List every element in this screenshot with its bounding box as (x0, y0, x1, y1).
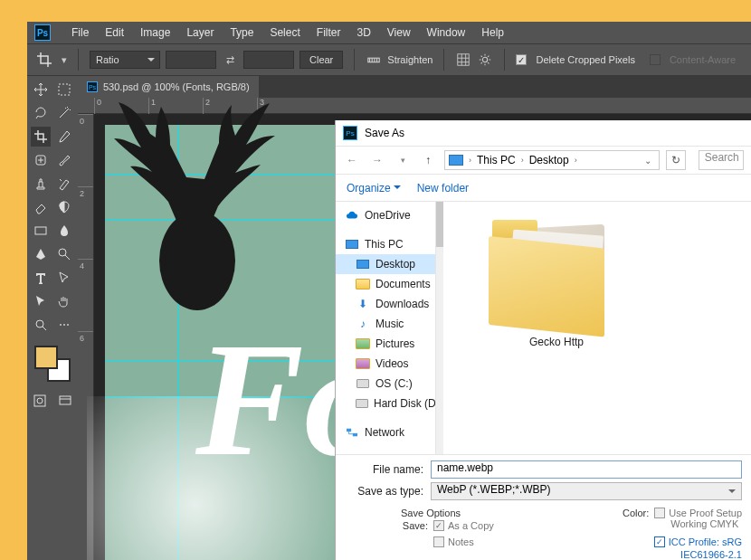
svg-rect-3 (59, 84, 70, 95)
photoshop-window: Ps File Edit Image Layer Type Select Fil… (27, 22, 751, 560)
height-input[interactable] (243, 51, 294, 69)
marquee-tool[interactable] (54, 80, 74, 100)
history-brush-tool[interactable] (54, 174, 74, 194)
move-tool[interactable] (31, 80, 51, 100)
menu-view[interactable]: View (379, 26, 419, 39)
tree-videos[interactable]: Videos (336, 354, 435, 374)
tree-music[interactable]: ♪Music (336, 314, 435, 334)
menu-image[interactable]: Image (132, 26, 178, 39)
dodge-tool[interactable] (54, 244, 74, 264)
eyedropper-tool[interactable] (54, 127, 74, 147)
more-tools[interactable]: ⋯ (54, 315, 74, 335)
width-input[interactable] (166, 51, 216, 69)
nav-back-icon[interactable]: ← (343, 151, 361, 169)
document-tab-label: 530.psd @ 100% (Fonts, RGB/8) (103, 81, 250, 92)
pen-tool[interactable] (31, 244, 51, 264)
grid-overlay-icon[interactable] (455, 52, 471, 68)
brush-tool[interactable] (54, 150, 74, 170)
delete-cropped-checkbox[interactable]: ✓ (516, 54, 527, 65)
cloud-icon (345, 209, 359, 222)
nav-recent-icon[interactable]: ▾ (394, 151, 412, 169)
network-icon (345, 426, 359, 439)
crumb-desktop[interactable]: Desktop (529, 154, 569, 166)
settings-gear-icon[interactable] (477, 52, 493, 68)
menu-window[interactable]: Window (419, 26, 474, 39)
content-aware-checkbox[interactable] (650, 54, 661, 65)
svg-point-9 (37, 398, 43, 403)
address-bar: ← → ▾ ↑ › This PC › Desktop › ⌄ ↻ Search (336, 146, 751, 175)
swap-width-height-icon[interactable]: ⇄ (222, 52, 238, 68)
nav-tree: OneDrive This PC Desktop Documents ⬇Down… (336, 202, 436, 454)
folder-item-label: Gecko Http (529, 336, 584, 348)
healing-brush-tool[interactable] (31, 150, 51, 170)
menu-3d[interactable]: 3D (348, 26, 378, 39)
quick-mask-icon[interactable] (30, 391, 50, 411)
direct-selection-tool[interactable] (31, 291, 51, 311)
tree-network[interactable]: Network (336, 422, 435, 442)
svg-rect-5 (35, 227, 46, 234)
menu-layer[interactable]: Layer (178, 26, 222, 39)
gradient-tool[interactable] (54, 197, 74, 217)
menu-filter[interactable]: Filter (309, 26, 349, 39)
tree-scrollbar[interactable] (436, 202, 443, 454)
app-logo: Ps (34, 24, 51, 41)
menu-file[interactable]: File (63, 26, 97, 39)
document-tab[interactable]: Ps 530.psd @ 100% (Fonts, RGB/8) (78, 76, 259, 98)
svg-rect-10 (60, 396, 71, 404)
svg-point-6 (59, 249, 66, 256)
icc-profile-value: IEC61966-2.1 (623, 549, 742, 560)
tree-desktop[interactable]: Desktop (336, 254, 435, 274)
tree-os-c[interactable]: OS (C:) (336, 374, 435, 394)
menu-edit[interactable]: Edit (97, 26, 132, 39)
tree-documents[interactable]: Documents (336, 274, 435, 294)
crumb-this-pc[interactable]: This PC (477, 154, 516, 166)
tree-onedrive[interactable]: OneDrive (336, 205, 435, 225)
rectangle-tool[interactable] (31, 221, 51, 241)
icc-profile-checkbox[interactable]: ✓ICC Profile: sRG (623, 536, 742, 547)
type-tool[interactable] (31, 268, 51, 288)
menu-help[interactable]: Help (473, 26, 512, 39)
music-icon: ♪ (356, 318, 370, 330)
tree-hard-d[interactable]: Hard Disk (D:) (336, 394, 435, 413)
ratio-dropdown[interactable]: Ratio (90, 51, 160, 69)
straighten-icon[interactable] (366, 52, 382, 68)
search-input[interactable]: Search (699, 150, 744, 170)
color-label: Color: (623, 508, 649, 529)
crop-tool[interactable] (31, 127, 51, 147)
save-as-type-select[interactable]: WebP (*.WEBP;*.WBP) (431, 482, 742, 500)
tree-downloads[interactable]: ⬇Downloads (336, 294, 435, 314)
eraser-tool[interactable] (31, 197, 51, 217)
magic-wand-tool[interactable] (54, 103, 74, 123)
folder-icon (356, 338, 370, 349)
folder-content[interactable]: Gecko Http (443, 202, 751, 454)
ps-dialog-icon: Ps (343, 126, 357, 140)
folder-item[interactable]: Gecko Http (480, 220, 633, 348)
refresh-icon[interactable]: ↻ (666, 150, 686, 170)
foreground-color-swatch[interactable] (34, 346, 58, 369)
menu-type[interactable]: Type (222, 26, 261, 39)
blur-tool[interactable] (54, 221, 74, 241)
new-folder-button[interactable]: New folder (417, 182, 469, 195)
hand-tool[interactable] (54, 291, 74, 311)
breadcrumb[interactable]: › This PC › Desktop › ⌄ (444, 150, 660, 170)
folder-icon (356, 279, 370, 289)
dialog-titlebar[interactable]: Ps Save As (336, 120, 751, 146)
lasso-tool[interactable] (31, 103, 51, 123)
nav-up-icon[interactable]: ↑ (419, 151, 437, 169)
tree-this-pc[interactable]: This PC (336, 234, 435, 254)
clone-stamp-tool[interactable] (31, 174, 51, 194)
path-selection-tool[interactable] (54, 268, 74, 288)
svg-rect-8 (34, 395, 45, 406)
as-a-copy-checkbox[interactable]: ✓As a Copy (433, 520, 494, 531)
color-swatches[interactable] (34, 346, 71, 382)
tree-pictures[interactable]: Pictures (336, 334, 435, 354)
straighten-label[interactable]: Straighten (387, 54, 433, 65)
zoom-tool[interactable] (31, 315, 51, 335)
screen-mode-icon[interactable] (55, 391, 75, 411)
file-name-input[interactable]: name.webp (431, 460, 742, 479)
organize-menu[interactable]: Organize (347, 182, 401, 195)
menu-select[interactable]: Select (261, 26, 308, 39)
folder-icon (356, 358, 370, 369)
clear-button[interactable]: Clear (299, 51, 343, 69)
document-tabstrip: Ps 530.psd @ 100% (Fonts, RGB/8) (78, 76, 751, 98)
